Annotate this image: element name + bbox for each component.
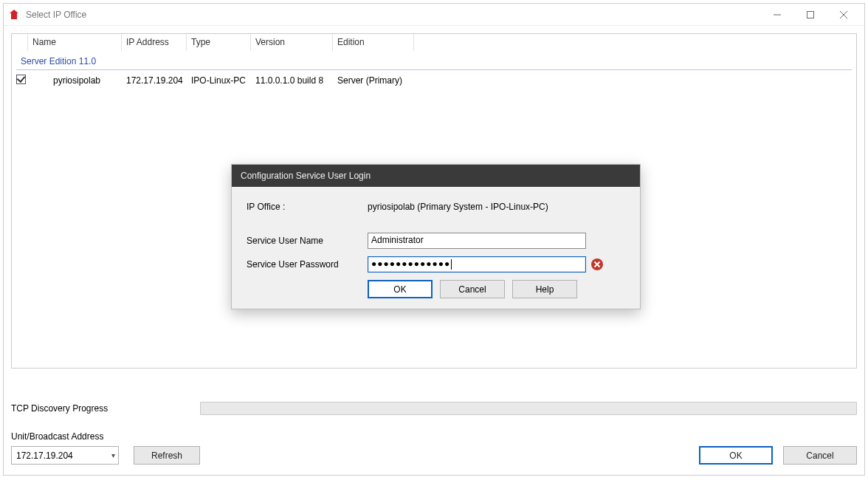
row-checkbox-cell[interactable] (12, 75, 28, 86)
password-label: Service User Password (247, 259, 368, 270)
broadcast-address-label: Unit/Broadcast Address (11, 431, 857, 442)
password-input[interactable]: ●●●●●●●●●●●●● (368, 256, 586, 273)
dialog-body: IP Office : pyriosipolab (Primary System… (232, 187, 640, 309)
dialog-buttons: OK Cancel Help (247, 280, 628, 298)
column-header-type[interactable]: Type (187, 34, 251, 51)
table-row[interactable]: pyriosipolab 172.17.19.204 IPO-Linux-PC … (12, 70, 856, 91)
dialog-cancel-button[interactable]: Cancel (440, 280, 505, 298)
chevron-down-icon: ▾ (111, 451, 115, 459)
progress-label: TCP Discovery Progress (11, 403, 200, 414)
ipoffice-label: IP Office : (247, 202, 368, 212)
username-input[interactable]: Administrator (368, 233, 586, 249)
row-checkbox[interactable] (16, 75, 26, 84)
titlebar: Select IP Office (4, 4, 864, 26)
cancel-button[interactable]: Cancel (783, 446, 857, 465)
broadcast-address-combo[interactable]: 172.17.19.204 ▾ (11, 446, 119, 465)
maximize-button[interactable] (793, 4, 827, 25)
window-title: Select IP Office (26, 10, 86, 20)
column-header-edition[interactable]: Edition (333, 34, 414, 51)
row-edition: Server (Primary) (333, 75, 480, 86)
close-button[interactable] (827, 4, 860, 25)
dialog-ok-button[interactable]: OK (368, 280, 433, 298)
minimize-button[interactable] (760, 4, 793, 25)
grid-header: Name IP Address Type Version Edition (12, 34, 856, 52)
username-label: Service User Name (247, 236, 368, 246)
row-version: 11.0.0.1.0 build 8 (251, 75, 333, 86)
row-type: IPO-Linux-PC (187, 75, 251, 86)
bottom-row: 172.17.19.204 ▾ Refresh OK Cancel (11, 446, 857, 465)
column-header-ip[interactable]: IP Address (122, 34, 187, 51)
window-controls (760, 4, 860, 25)
main-window: Select IP Office Name IP Address Type Ve… (3, 3, 865, 476)
row-name: pyriosipolab (28, 75, 122, 86)
dialog-title: Configuration Service User Login (232, 165, 640, 187)
footer: TCP Discovery Progress Unit/Broadcast Ad… (11, 402, 857, 465)
text-caret (451, 259, 452, 270)
app-icon (8, 9, 20, 21)
ipoffice-value: pyriosipolab (Primary System - IPO-Linux… (368, 202, 548, 212)
ok-button[interactable]: OK (699, 446, 773, 465)
error-icon (590, 258, 604, 271)
login-dialog: Configuration Service User Login IP Offi… (231, 164, 641, 309)
svg-rect-1 (807, 11, 813, 18)
progress-row: TCP Discovery Progress (11, 402, 857, 415)
column-header-checkbox[interactable] (12, 34, 28, 51)
progress-bar (200, 402, 857, 415)
dialog-help-button[interactable]: Help (512, 280, 577, 298)
row-ip: 172.17.19.204 (122, 75, 187, 86)
column-header-name[interactable]: Name (28, 34, 122, 51)
column-header-version[interactable]: Version (251, 34, 333, 51)
broadcast-address-value: 172.17.19.204 (16, 451, 73, 461)
group-header[interactable]: Server Edition 11.0 (16, 53, 852, 70)
refresh-button[interactable]: Refresh (134, 446, 200, 465)
